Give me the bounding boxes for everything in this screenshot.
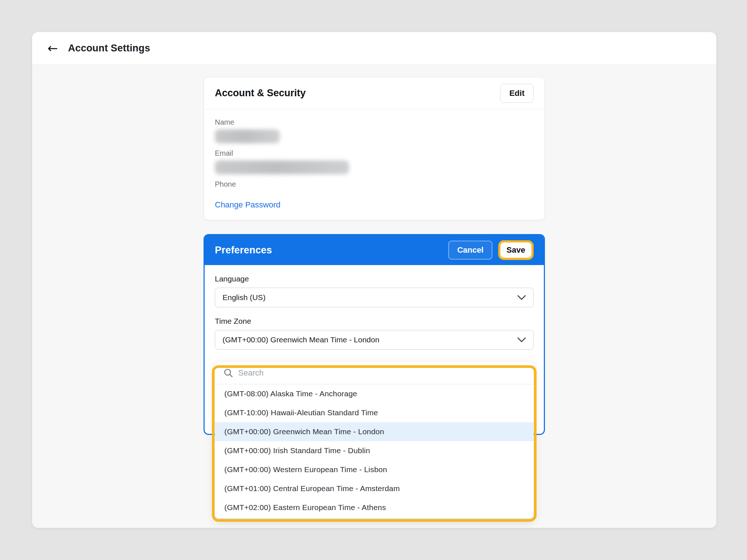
language-select[interactable]: English (US) — [215, 288, 534, 307]
timezone-option[interactable]: (GMT+00:00) Greenwich Mean Time - London — [215, 422, 534, 441]
timezone-option[interactable]: (GMT+00:00) Western European Time - Lisb… — [215, 460, 534, 479]
preferences-body: Language English (US) Time Zone (GMT+00:… — [205, 265, 544, 350]
app-header: ← Account Settings — [32, 32, 716, 65]
timezone-option[interactable]: (GMT-10:00) Hawaii-Aleutian Standard Tim… — [215, 403, 534, 422]
preferences-header-actions: Cancel Save — [448, 240, 534, 260]
change-password-link[interactable]: Change Password — [215, 200, 280, 210]
timezone-option[interactable]: (GMT+02:00) Eastern European Time - Athe… — [215, 498, 534, 517]
account-security-card: Account & Security Edit Name Email Phone… — [204, 77, 545, 220]
language-label: Language — [215, 275, 534, 283]
back-arrow-icon[interactable]: ← — [47, 42, 58, 54]
email-label: Email — [215, 149, 534, 158]
app-window: ← Account Settings Account & Security Ed… — [32, 32, 716, 528]
timezone-option[interactable]: (GMT-08:00) Alaska Time - Anchorage — [215, 384, 534, 403]
search-icon — [224, 368, 233, 378]
cancel-button[interactable]: Cancel — [448, 241, 492, 260]
account-security-card-header: Account & Security Edit — [204, 77, 545, 109]
page-background: ← Account Settings Account & Security Ed… — [0, 0, 747, 560]
chevron-down-icon — [517, 337, 526, 343]
account-security-title: Account & Security — [215, 88, 306, 99]
account-security-body: Name Email Phone Change Password — [204, 109, 545, 220]
name-value-redacted — [215, 129, 280, 143]
chevron-down-icon — [517, 295, 526, 300]
timezone-options-list: (GMT-08:00) Alaska Time - Anchorage (GMT… — [215, 384, 534, 517]
phone-value-empty — [215, 191, 534, 200]
dropdown-search-row — [215, 362, 534, 384]
timezone-dropdown-panel: (GMT-08:00) Alaska Time - Anchorage (GMT… — [215, 362, 534, 518]
edit-button[interactable]: Edit — [500, 84, 534, 103]
language-select-value: English (US) — [222, 293, 266, 302]
page-title: Account Settings — [68, 43, 150, 54]
email-value-redacted — [215, 160, 349, 174]
save-button[interactable]: Save — [498, 240, 534, 260]
timezone-option[interactable]: (GMT+00:00) Irish Standard Time - Dublin — [215, 441, 534, 460]
name-label: Name — [215, 118, 534, 127]
preferences-card: Preferences Cancel Save Language English… — [204, 234, 545, 435]
timezone-option[interactable]: (GMT+01:00) Central European Time - Amst… — [215, 479, 534, 498]
preferences-card-header: Preferences Cancel Save — [205, 235, 544, 265]
content-area: Account & Security Edit Name Email Phone… — [32, 65, 716, 435]
timezone-label: Time Zone — [215, 317, 534, 326]
timezone-select[interactable]: (GMT+00:00) Greenwich Mean Time - London — [215, 330, 534, 350]
preferences-title: Preferences — [215, 245, 272, 256]
timezone-select-value: (GMT+00:00) Greenwich Mean Time - London — [222, 335, 379, 344]
search-input[interactable] — [238, 368, 525, 378]
phone-label: Phone — [215, 180, 534, 188]
